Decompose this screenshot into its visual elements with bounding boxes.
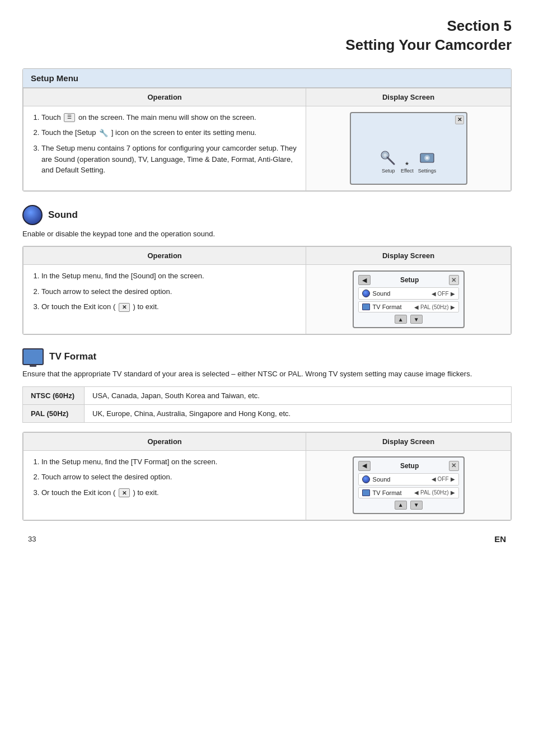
tvformat-display-header: Display Screen — [306, 432, 511, 450]
svg-point-5 — [426, 156, 429, 159]
sound-heading-text: Sound — [48, 209, 78, 221]
ntsc-label: NTSC (60Hz) — [23, 386, 85, 404]
setup-icon-item: Setup — [381, 151, 396, 174]
tvformat-screen-close: ✕ — [449, 461, 459, 471]
page-title: Section 5 Setting Your Camcorder — [22, 17, 512, 55]
sound-row-left: Sound — [362, 290, 391, 297]
sound-arrow-nav: ◀ OFF ▶ — [432, 291, 455, 297]
tvformat-row-left: TV Format — [362, 304, 402, 310]
sound-section: Sound Enable or disable the keypad tone … — [22, 205, 512, 335]
sound-screen-header: ◀ Setup ✕ — [358, 275, 459, 285]
tvformat-bottom-nav: ▲ ▼ — [358, 501, 459, 510]
sound-display-cell: ◀ Setup ✕ Sound ◀ — [306, 265, 511, 334]
setup-screen-icons: Setup ★ Effect — [351, 113, 466, 184]
tvformat-screen-header: ◀ Setup ✕ — [358, 461, 459, 471]
setup-icon-label: Setup — [382, 168, 395, 174]
page-header: Section 5 Setting Your Camcorder — [22, 11, 512, 55]
tvformat3-arrow-nav: ◀ PAL (50Hz) ▶ — [414, 489, 455, 496]
setup-screen-close: ✕ — [455, 115, 464, 124]
sound-screen-row2: TV Format ◀ PAL (50Hz) ▶ — [358, 301, 459, 312]
sound-bottom-nav: ▲ ▼ — [358, 315, 459, 324]
setup-display-screen: ✕ Setup — [350, 112, 467, 185]
tv-format-section: TV Format Ensure that the appropriate TV… — [22, 348, 512, 521]
pal-description: UK, Europe, China, Australia, Singapore … — [85, 404, 512, 422]
tvformat2-sound-nav: ◀ OFF ▶ — [432, 476, 455, 482]
setup-menu-table: Operation Display Screen Touch ☰ on the … — [23, 88, 511, 191]
tvformat-heading-row: TV Format — [22, 348, 512, 365]
sound-step-2: Touch arrow to select the desired option… — [41, 286, 298, 297]
setup-operations: Touch ☰ on the screen. The main menu wil… — [24, 106, 306, 190]
lang-badge: EN — [494, 534, 506, 544]
sound-icon — [22, 205, 43, 225]
svg-line-1 — [387, 157, 394, 164]
settings-icon-item: Settings — [418, 151, 437, 174]
tvformat-value: PAL (50Hz) — [420, 304, 449, 310]
pal-row: PAL (50Hz) UK, Europe, China, Australia,… — [23, 404, 512, 422]
tvformat-step-1: In the Setup menu, find the [TV Format] … — [41, 456, 298, 468]
operation-col-header: Operation — [24, 88, 306, 106]
ntsc-description: USA, Canada, Japan, South Korea and Taiw… — [85, 386, 512, 404]
settings-icon-label: Settings — [418, 168, 437, 174]
tvformat-table: Operation Display Screen In the Setup me… — [23, 432, 511, 520]
tv-format-standards-table: NTSC (60Hz) USA, Canada, Japan, South Ko… — [22, 386, 512, 423]
tvformat-table-box: Operation Display Screen In the Setup me… — [22, 432, 512, 521]
tv-heading-icon — [22, 348, 44, 365]
tvformat-row-label: TV Format — [373, 304, 402, 310]
sound-operations: In the Setup menu, find the [Sound] on t… — [24, 265, 306, 334]
tv-icon — [362, 304, 370, 310]
tvformat-screen-back: ◀ — [358, 461, 371, 471]
tvformat3-left-arrow: ◀ — [414, 489, 419, 496]
pal-label: PAL (50Hz) — [23, 404, 85, 422]
setup-step-2: Touch the [Setup 🔧 ] icon on the screen … — [41, 127, 298, 138]
display-col-header: Display Screen — [306, 88, 511, 106]
effect-star-icon: ★ — [405, 161, 409, 166]
scroll-down-btn: ▼ — [410, 315, 423, 324]
tvformat-arrow-nav: ◀ PAL (50Hz) ▶ — [414, 304, 455, 310]
tvformat3-value: PAL (50Hz) — [420, 489, 449, 496]
setup-step-1: Touch ☰ on the screen. The main menu wil… — [41, 112, 298, 123]
settings-svg — [419, 151, 435, 166]
setup-wrench-svg — [381, 151, 396, 166]
setup-step-3: The Setup menu contains 7 options for co… — [41, 143, 298, 176]
page-footer: 33 EN — [22, 534, 512, 544]
tvformat-screen-row1: Sound ◀ OFF ▶ — [358, 473, 459, 486]
sound-heading-row: Sound — [22, 205, 512, 225]
tvformat-heading-text: TV Format — [49, 351, 96, 362]
menu-icon: ☰ — [64, 113, 75, 122]
exit-icon-tvformat: ✕ — [119, 488, 130, 497]
effect-icon-item: ★ Effect — [401, 161, 414, 174]
sound-setup-screen: ◀ Setup ✕ Sound ◀ — [353, 270, 465, 328]
sound-dot-icon — [362, 290, 370, 297]
sound-row-label: Sound — [373, 290, 391, 297]
setup-display-screen-cell: ✕ Setup — [306, 106, 511, 190]
svg-point-2 — [383, 153, 387, 157]
sound-dot-icon2 — [362, 475, 370, 483]
tvformat3-right-arrow: ▶ — [451, 489, 455, 496]
sound-table-box: Operation Display Screen In the Setup me… — [22, 246, 512, 335]
ntsc-row: NTSC (60Hz) USA, Canada, Japan, South Ko… — [23, 386, 512, 404]
tvformat-operations: In the Setup menu, find the [TV Format] … — [24, 450, 306, 520]
setup-menu-section: Setup Menu Operation Display Screen Touc… — [22, 68, 512, 192]
sound-screen-close: ✕ — [449, 275, 459, 285]
setup-wrench-icon: 🔧 — [99, 128, 108, 139]
page-number: 33 — [28, 535, 36, 543]
sound-step-1: In the Setup menu, find the [Sound] on t… — [41, 270, 298, 282]
sound-screen-title: Setup — [371, 276, 449, 284]
tvformat2-right-arrow: ▶ — [451, 476, 455, 482]
tvformat-screen-title: Setup — [371, 462, 449, 470]
sound-description: Enable or disable the keypad tone and th… — [22, 228, 512, 240]
tvformat-screen-row2: TV Format ◀ PAL (50Hz) ▶ — [358, 487, 459, 498]
tvformat-description: Ensure that the appropriate TV standard … — [22, 368, 512, 380]
tvformat3-row-left: TV Format — [362, 489, 402, 496]
tvformat-setup-screen: ◀ Setup ✕ Sound ◀ — [353, 456, 465, 514]
sound-op-header: Operation — [24, 247, 306, 265]
tvformat-left-arrow: ◀ — [414, 304, 419, 310]
exit-icon-sound: ✕ — [119, 303, 130, 312]
sound-screen-back: ◀ — [358, 275, 371, 285]
sound-screen-row1: Sound ◀ OFF ▶ — [358, 287, 459, 300]
tvformat-scroll-down: ▼ — [410, 501, 423, 510]
sound-right-arrow: ▶ — [451, 291, 455, 297]
sound-step-3: Or touch the Exit icon ( ✕ ) to exit. — [41, 301, 298, 312]
tvformat-op-header: Operation — [24, 432, 306, 450]
tvformat3-row-label: TV Format — [373, 489, 402, 496]
